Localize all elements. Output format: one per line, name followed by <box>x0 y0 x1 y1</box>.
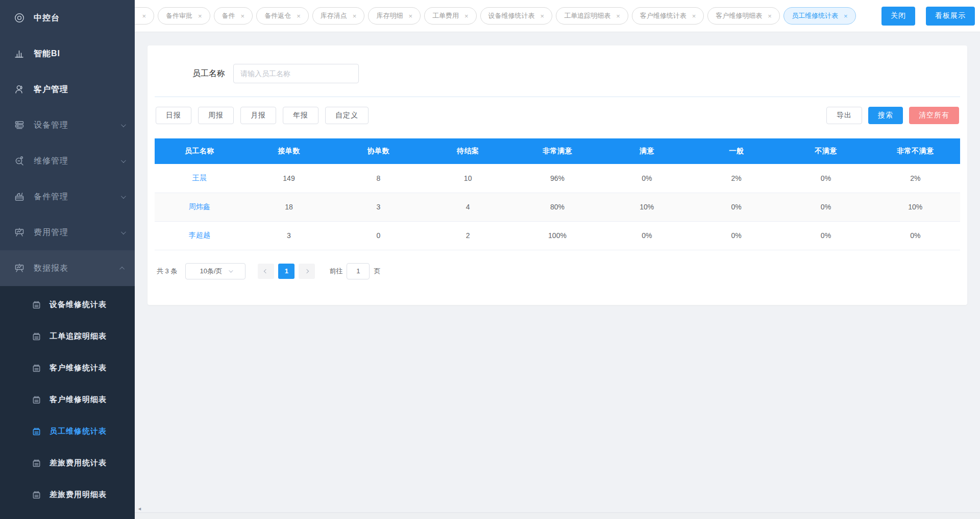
chevron-down-icon <box>229 268 233 272</box>
tab-item[interactable]: 工单追踪明细表 × <box>556 7 628 25</box>
notebook-icon <box>32 394 42 405</box>
export-button[interactable]: 导出 <box>826 107 862 124</box>
tab-item[interactable]: 工单费用 × <box>424 7 477 25</box>
tab-item[interactable]: 备件审批 × <box>158 7 210 25</box>
tab-item[interactable]: 备件返仓 × <box>256 7 309 25</box>
submenu-item-customer-repair-detail[interactable]: 客户维修明细表 <box>0 384 135 415</box>
horizontal-scrollbar[interactable] <box>135 512 980 519</box>
cell-value: 0% <box>871 221 960 250</box>
prev-page-button[interactable] <box>258 264 274 279</box>
cell-value: 18 <box>244 193 333 221</box>
employee-name-link[interactable]: 周炜鑫 <box>189 202 210 210</box>
sidebar-item-customers[interactable]: 客户管理 <box>0 72 135 107</box>
submenu-item-customer-repair-stats[interactable]: 客户维修统计表 <box>0 352 135 384</box>
sidebar-item-devices[interactable]: 设备管理 <box>0 107 135 143</box>
submenu-item-travel-expense-stats[interactable]: 差旅费用统计表 <box>0 447 135 479</box>
console-icon <box>13 12 26 24</box>
cell-value: 10 <box>423 164 512 193</box>
report-icon <box>13 262 26 274</box>
page-number-button[interactable]: 1 <box>278 264 295 279</box>
tab-close-icon[interactable]: × <box>464 13 469 19</box>
sidebar: 中控台 智能BI 客户管理 设备管理 维修管理 备件管理 <box>0 0 135 519</box>
sidebar-item-repairs[interactable]: 维修管理 <box>0 143 135 179</box>
tab-close-icon[interactable]: × <box>844 13 848 19</box>
col-very-satisfied: 非常满意 <box>512 138 602 164</box>
goto-page-input[interactable] <box>347 263 370 279</box>
cell-value: 3 <box>334 193 423 221</box>
col-pending: 待结案 <box>423 138 512 164</box>
chevron-right-icon <box>305 269 309 273</box>
table-header: 员工名称 接单数 协单数 待结案 非常满意 满意 一般 不满意 非常不满意 <box>155 138 960 164</box>
tab-item-clipped[interactable]: × <box>135 7 154 25</box>
tab-close-icon[interactable]: × <box>353 13 357 19</box>
tab-close-icon[interactable]: × <box>616 13 620 19</box>
cell-value: 149 <box>244 164 333 193</box>
custom-report-button[interactable]: 自定义 <box>325 107 369 124</box>
tab-close-icon[interactable]: × <box>297 13 301 19</box>
goto-page-group: 前往 页 <box>329 263 380 279</box>
close-all-button[interactable]: 关闭 <box>881 7 915 26</box>
main-area: × 备件审批 × 备件 × 备件返仓 × 库存清点 × 库存明细 × 工单费用 … <box>135 0 980 519</box>
employee-name-input[interactable] <box>233 64 359 83</box>
tab-item[interactable]: 客户维修统计表 × <box>632 7 704 25</box>
daily-report-button[interactable]: 日报 <box>156 107 191 124</box>
tab-close-icon[interactable]: × <box>692 13 696 19</box>
employee-name-link[interactable]: 王晨 <box>192 174 207 182</box>
expense-icon <box>13 226 26 239</box>
chevron-down-icon <box>121 229 126 234</box>
cell-value: 0 <box>334 221 423 250</box>
tab-item[interactable]: 备件 × <box>214 7 253 25</box>
yearly-report-button[interactable]: 年报 <box>283 107 318 124</box>
tab-close-icon[interactable]: × <box>768 13 772 19</box>
tab-item[interactable]: 设备维修统计表 × <box>480 7 553 25</box>
sidebar-item-console[interactable]: 中控台 <box>0 0 135 36</box>
cell-value: 100% <box>512 221 602 250</box>
submenu-item-workorder-trace[interactable]: 工单追踪明细表 <box>0 320 135 352</box>
page-unit-label: 页 <box>374 267 380 276</box>
tab-item-active[interactable]: 员工维修统计表 × <box>783 7 856 25</box>
cell-value: 2% <box>692 164 781 193</box>
col-very-unsatisfied: 非常不满意 <box>871 138 960 164</box>
tab-item[interactable]: 库存明细 × <box>368 7 421 25</box>
notebook-icon <box>32 363 42 373</box>
submenu-item-employee-repair-stats[interactable]: 员工维修统计表 <box>0 415 135 447</box>
sidebar-item-expenses[interactable]: 费用管理 <box>0 215 135 250</box>
notebook-icon <box>32 489 42 500</box>
tab-close-icon[interactable]: × <box>198 13 202 19</box>
page-size-select[interactable]: 10条/页 <box>185 263 246 279</box>
action-button-group: 导出 搜索 清空所有 <box>826 107 959 124</box>
chevron-left-icon <box>264 269 268 273</box>
tab-item[interactable]: 客户维修明细表 × <box>707 7 780 25</box>
submenu-item-travel-expense-detail[interactable]: 差旅费用明细表 <box>0 479 135 510</box>
search-button[interactable]: 搜索 <box>868 107 903 124</box>
submenu-item-device-repair-stats[interactable]: 设备维修统计表 <box>0 289 135 320</box>
customer-icon <box>13 83 26 96</box>
tab-close-icon[interactable]: × <box>241 13 245 19</box>
total-count-label: 共 3 条 <box>157 267 177 276</box>
table-row: 周炜鑫 18 3 4 80% 10% 0% 0% 10% <box>155 193 960 221</box>
weekly-report-button[interactable]: 周报 <box>198 107 234 124</box>
clear-all-button[interactable]: 清空所有 <box>909 107 959 124</box>
cell-value: 80% <box>512 193 602 221</box>
sidebar-item-reports[interactable]: 数据报表 <box>0 250 135 286</box>
cell-value: 8 <box>334 164 423 193</box>
col-satisfied: 满意 <box>602 138 692 164</box>
col-orders-taken: 接单数 <box>244 138 333 164</box>
device-icon <box>13 119 26 131</box>
cell-value: 0% <box>602 164 692 193</box>
scroll-left-icon[interactable]: ◄ <box>137 506 142 511</box>
sidebar-item-bi[interactable]: 智能BI <box>0 36 135 72</box>
bi-chart-icon <box>13 48 26 60</box>
tab-close-icon[interactable]: × <box>541 13 545 19</box>
sidebar-item-spare-parts[interactable]: 备件管理 <box>0 179 135 215</box>
chevron-down-icon <box>121 158 126 163</box>
tab-item[interactable]: 库存清点 × <box>312 7 365 25</box>
monthly-report-button[interactable]: 月报 <box>240 107 276 124</box>
tab-close-icon[interactable]: × <box>408 13 412 19</box>
board-display-button[interactable]: 看板展示 <box>926 7 975 26</box>
search-form: 员工名称 <box>155 64 960 83</box>
cell-value: 0% <box>781 221 870 250</box>
tab-close-icon[interactable]: × <box>142 13 146 19</box>
next-page-button[interactable] <box>299 264 315 279</box>
employee-name-link[interactable]: 李超越 <box>189 231 210 239</box>
